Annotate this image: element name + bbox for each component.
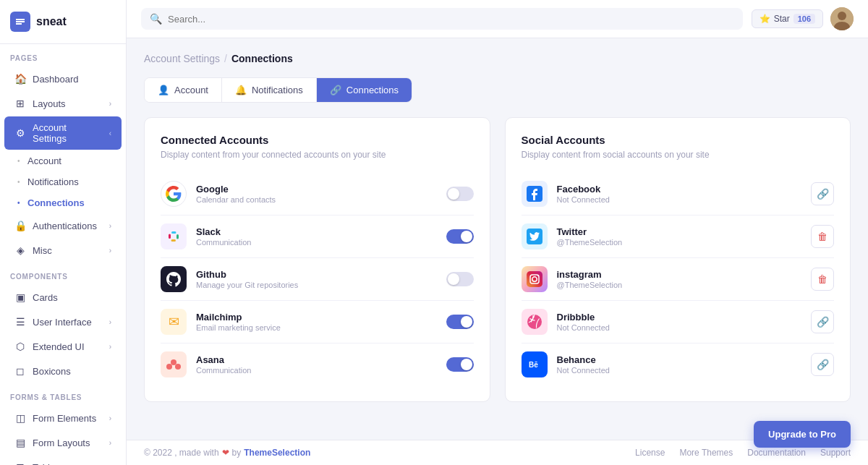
cards-icon: ▣ — [14, 291, 26, 303]
sidebar-item-boxicons[interactable]: ◻ Boxicons — [4, 359, 122, 383]
avatar[interactable] — [830, 7, 854, 30]
twitter-delete-button[interactable]: 🗑 — [811, 225, 834, 248]
mailchimp-toggle[interactable] — [446, 315, 474, 329]
breadcrumb: Account Settings / Connections — [144, 53, 851, 64]
mailchimp-logo: ✉ — [161, 309, 187, 335]
account-tab-icon: 👤 — [158, 85, 169, 95]
dribbble-link-button[interactable]: 🔗 — [811, 310, 834, 333]
breadcrumb-parent[interactable]: Account Settings — [144, 53, 220, 64]
github-name: Github — [196, 269, 437, 280]
star-button[interactable]: ⭐ Star 106 — [752, 9, 823, 28]
google-sub: Calendar and contacts — [196, 195, 437, 204]
github-toggle[interactable] — [446, 272, 474, 286]
sidebar-item-tables[interactable]: ⊟ Tables — [4, 456, 122, 465]
svg-rect-8 — [527, 271, 542, 287]
sidebar-item-form-layouts[interactable]: ▤ Form Layouts › — [4, 431, 122, 454]
sidebar-subitem-account[interactable]: Account — [4, 151, 122, 171]
footer-left: © 2022 , made with ❤ by ThemeSelection — [144, 448, 635, 458]
instagram-info: instagram @ThemeSelection — [557, 269, 802, 289]
tab-connections[interactable]: 🔗 Connections — [317, 78, 412, 102]
svg-point-11 — [537, 275, 539, 276]
sidebar-item-form-elements[interactable]: ◫ Form Elements › — [4, 406, 122, 430]
connected-account-mailchimp: ✉ Mailchimp Email marketing service — [161, 301, 474, 344]
sidebar-item-label: Form Layouts — [33, 438, 103, 448]
asana-sub: Communication — [196, 366, 437, 375]
tab-connections-label: Connections — [346, 85, 399, 95]
github-sub: Manage your Git repositories — [196, 281, 437, 289]
search-icon: 🔍 — [150, 13, 162, 25]
tab-notifications[interactable]: 🔔 Notifications — [222, 78, 317, 102]
connected-account-github: Github Manage your Git repositories — [161, 258, 474, 301]
sidebar-item-misc[interactable]: ◈ Misc › — [4, 239, 122, 262]
slack-toggle[interactable] — [446, 229, 474, 244]
sidebar-subitem-connections[interactable]: Connections — [4, 193, 122, 213]
footer-link-more-themes[interactable]: More Themes — [679, 448, 733, 458]
chevron-icon: › — [109, 343, 111, 351]
sidebar-item-dashboard[interactable]: 🏠 Dashboard — [4, 67, 122, 90]
twitter-info: Twitter @ThemeSelection — [557, 226, 802, 247]
facebook-name: Facebook — [557, 184, 802, 195]
connected-account-google: Google Calendar and contacts — [161, 173, 474, 216]
instagram-sub: @ThemeSelection — [557, 281, 802, 289]
settings-icon: ⚙ — [14, 127, 26, 139]
social-accounts-panel: Social Accounts Display content from soc… — [505, 117, 851, 402]
connections-tab-icon: 🔗 — [330, 85, 341, 95]
topbar-right: ⭐ Star 106 — [752, 7, 854, 30]
sidebar-item-label: Layouts — [33, 98, 103, 109]
sidebar-item-label: Misc — [33, 245, 103, 256]
social-account-behance: Bē Behance Not Connected 🔗 — [522, 344, 835, 385]
asana-toggle[interactable] — [446, 357, 474, 372]
behance-link-button[interactable]: 🔗 — [811, 353, 834, 376]
sidebar-item-label: Account Settings — [33, 122, 103, 144]
google-info: Google Calendar and contacts — [196, 184, 437, 204]
tabs: 👤 Account 🔔 Notifications 🔗 Connections — [144, 77, 412, 103]
facebook-logo — [522, 181, 548, 207]
connected-account-slack: Slack Communication — [161, 216, 474, 258]
sidebar-item-label: Extended UI — [33, 341, 103, 352]
footer-link-documentation[interactable]: Documentation — [747, 448, 806, 458]
sidebar-item-layouts[interactable]: ⊞ Layouts › — [4, 92, 122, 115]
sidebar: sneat PAGES 🏠 Dashboard ⊞ Layouts › ⚙ Ac… — [0, 0, 127, 465]
tab-account[interactable]: 👤 Account — [145, 78, 222, 102]
instagram-delete-button[interactable]: 🗑 — [811, 268, 834, 291]
svg-point-3 — [171, 359, 176, 365]
upgrade-button[interactable]: Upgrade to Pro — [754, 421, 851, 448]
github-info: Github Manage your Git repositories — [196, 269, 437, 289]
chevron-icon: › — [109, 100, 111, 108]
sidebar-item-cards[interactable]: ▣ Cards — [4, 286, 122, 309]
dribbble-logo — [522, 309, 548, 335]
instagram-name: instagram — [557, 269, 802, 280]
section-label-pages: PAGES — [0, 44, 126, 67]
footer-link-support[interactable]: Support — [820, 448, 851, 458]
sidebar-item-extended-ui[interactable]: ⬡ Extended UI › — [4, 335, 122, 358]
sidebar-item-account-settings[interactable]: ⚙ Account Settings ‹ — [4, 116, 122, 150]
chevron-icon: ‹ — [109, 129, 111, 137]
sidebar-subitem-notifications[interactable]: Notifications — [4, 172, 122, 192]
section-label-forms: FORMS & TABLES — [0, 383, 126, 406]
twitter-sub: @ThemeSelection — [557, 238, 802, 247]
form-layouts-icon: ▤ — [14, 437, 26, 448]
chevron-icon: › — [109, 247, 111, 255]
dribbble-name: Dribbble — [557, 312, 802, 323]
heart-icon: ❤ — [222, 448, 229, 458]
facebook-link-button[interactable]: 🔗 — [811, 182, 834, 205]
social-account-twitter: Twitter @ThemeSelection 🗑 — [522, 216, 835, 258]
google-toggle[interactable] — [446, 187, 474, 201]
subitem-label: Connections — [27, 197, 85, 208]
search-input[interactable] — [168, 14, 734, 25]
footer-link-license[interactable]: License — [635, 448, 665, 458]
mailchimp-sub: Email marketing service — [196, 323, 437, 332]
sidebar-item-user-interface[interactable]: ☰ User Interface › — [4, 310, 122, 333]
behance-logo: Bē — [522, 351, 548, 377]
ui-icon: ☰ — [14, 316, 26, 328]
mailchimp-name: Mailchimp — [196, 312, 437, 323]
sidebar-item-label: Form Elements — [33, 413, 103, 424]
social-account-dribbble: Dribbble Not Connected 🔗 — [522, 301, 835, 344]
topbar: 🔍 ⭐ Star 106 — [127, 0, 868, 38]
sidebar-logo: sneat — [0, 0, 126, 44]
search-wrapper: 🔍 — [141, 8, 743, 30]
connected-accounts-title: Connected Accounts — [161, 134, 474, 146]
sidebar-item-authentications[interactable]: 🔒 Authentications › — [4, 214, 122, 237]
asana-logo — [161, 351, 187, 377]
main-area: 🔍 ⭐ Star 106 Account Settings / Conn — [127, 0, 868, 465]
